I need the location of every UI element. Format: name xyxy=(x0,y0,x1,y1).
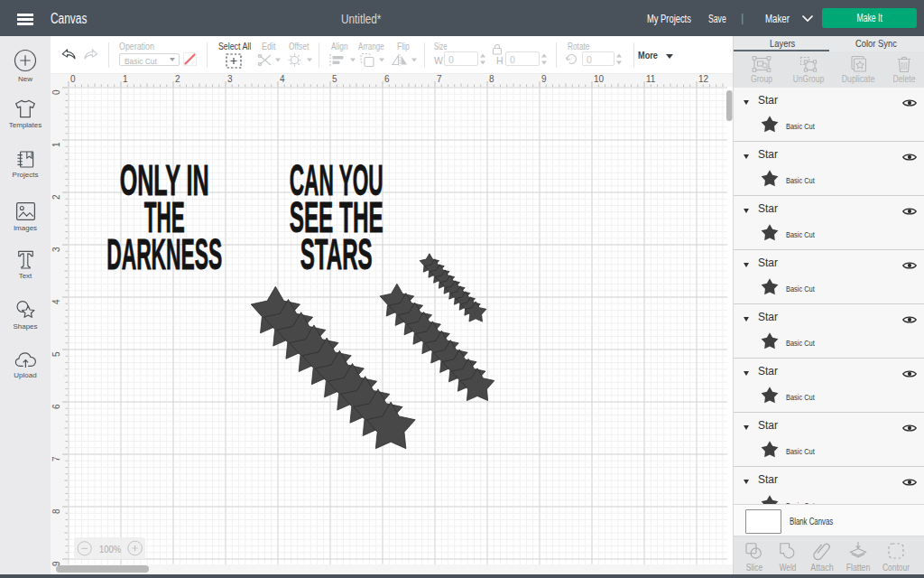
svg-text:DARKNESS: DARKNESS xyxy=(106,229,222,278)
svg-text:6: 6 xyxy=(384,74,390,84)
svg-text:8: 8 xyxy=(489,74,494,84)
svg-text:7: 7 xyxy=(437,74,442,84)
svg-text:4: 4 xyxy=(51,299,61,304)
svg-text:1: 1 xyxy=(123,74,128,84)
svg-text:5: 5 xyxy=(332,74,337,84)
svg-text:2: 2 xyxy=(175,74,180,84)
svg-text:7: 7 xyxy=(51,456,61,461)
svg-text:1: 1 xyxy=(51,142,61,147)
svg-text:10: 10 xyxy=(594,74,605,84)
svg-text:12: 12 xyxy=(698,74,709,84)
svg-text:8: 8 xyxy=(51,508,61,514)
svg-text:3: 3 xyxy=(227,74,233,84)
svg-text:0: 0 xyxy=(70,74,76,84)
svg-text:STARS: STARS xyxy=(300,229,373,278)
svg-text:11: 11 xyxy=(646,74,656,84)
svg-text:100%: 100% xyxy=(99,545,121,555)
svg-text:0: 0 xyxy=(51,89,61,95)
svg-text:4: 4 xyxy=(280,74,285,84)
svg-text:2: 2 xyxy=(51,194,61,200)
svg-text:9: 9 xyxy=(541,74,547,84)
svg-text:6: 6 xyxy=(51,404,61,409)
svg-text:3: 3 xyxy=(51,247,61,252)
svg-text:5: 5 xyxy=(51,351,61,357)
